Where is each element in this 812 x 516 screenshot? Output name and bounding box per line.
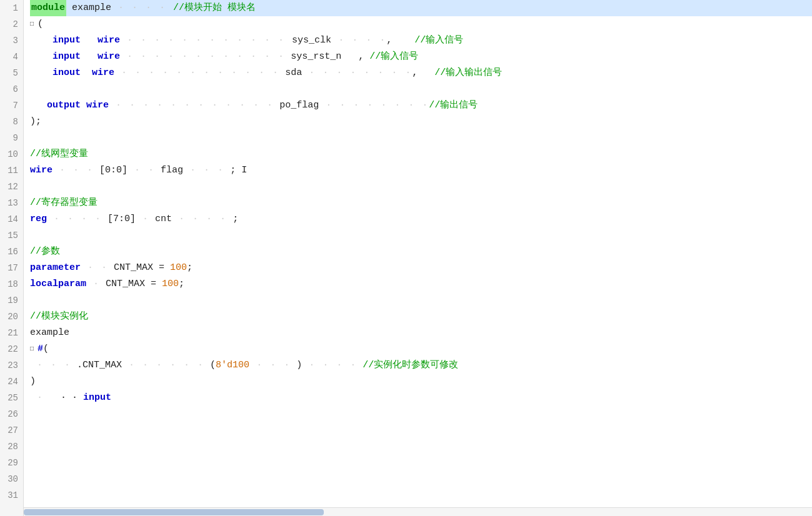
token-wire-1: wire xyxy=(98,32,120,49)
line-num-26: 26 xyxy=(5,406,18,422)
code-line-24: ) xyxy=(30,374,812,390)
line-num-10: 10 xyxy=(5,146,18,162)
dots-4: · · · · · · · · · · · · xyxy=(120,49,285,65)
code-line-15 xyxy=(30,227,812,244)
sp4b xyxy=(285,49,291,65)
dots-3: · · · · · · · · · · · · xyxy=(120,32,292,49)
code-content[interactable]: module example · · · · //模块开始 模块名 □ ( in… xyxy=(24,0,812,516)
line-num-5: 5 xyxy=(5,65,18,81)
line-num-8: 8 xyxy=(5,114,18,130)
sp4c xyxy=(341,49,358,65)
sp5b xyxy=(279,65,285,81)
token-paren-open: ( xyxy=(38,16,43,32)
token-example-inst: example xyxy=(30,325,69,341)
dots-7: · · · · · · · · · · · · xyxy=(109,97,274,114)
token-paren-hash: ( xyxy=(43,341,49,357)
line-num-2: 2 xyxy=(5,16,18,32)
line-num-24: 24 xyxy=(5,374,18,390)
line-num-16: 16 xyxy=(5,244,18,260)
dots-14c: · · · · xyxy=(172,211,227,227)
token-comment-5: //输入输出信号 xyxy=(434,65,502,81)
token-paren-23: ( xyxy=(210,357,216,374)
sp3a xyxy=(81,32,98,49)
scrollbar-thumb[interactable] xyxy=(24,509,324,515)
collapse-icon-1[interactable]: □ xyxy=(30,16,38,32)
dots-14b: · xyxy=(136,211,149,227)
token-close-24: ) xyxy=(30,374,36,390)
token-semi-11: ; xyxy=(230,162,236,179)
token-wire-2: wire xyxy=(98,49,120,65)
code-line-21: example xyxy=(30,325,812,341)
code-line-9 xyxy=(30,130,812,146)
code-line-1: module example · · · · //模块开始 模块名 xyxy=(30,0,812,16)
collapse-icon-2[interactable]: □ xyxy=(30,341,38,357)
code-line-7: output wire · · · · · · · · · · · · po_f… xyxy=(30,97,812,114)
dots-23a: · · · xyxy=(30,357,71,374)
token-parameter: parameter xyxy=(30,260,81,276)
line-num-4: 4 xyxy=(5,49,18,65)
token-po-flag: po_flag xyxy=(279,97,319,114)
indent-3 xyxy=(30,32,53,49)
code-line-23: · · · .CNT_MAX · · · · · · ( 8'd100 · · … xyxy=(30,357,812,374)
line-numbers: 1 2 3 4 5 6 7 8 9 10 11 12 13 14 15 16 1… xyxy=(0,0,24,516)
code-line-6 xyxy=(30,81,812,97)
dots-23b: · · · · · · xyxy=(122,357,204,374)
code-line-29 xyxy=(30,455,812,471)
code-line-12 xyxy=(30,179,812,195)
sp23b xyxy=(204,357,210,374)
token-cnt: cnt xyxy=(155,211,172,227)
token-sys-clk: sys_clk xyxy=(292,32,331,49)
token-cntmax-2: CNT_MAX xyxy=(106,276,145,292)
sp5a xyxy=(81,65,92,81)
token-close-23: ) xyxy=(291,357,302,374)
token-comment-23: //实例化时参数可修改 xyxy=(363,357,458,374)
dots-23d: · · · · xyxy=(302,357,357,374)
token-input-25: input xyxy=(83,390,111,406)
code-line-30 xyxy=(30,471,812,487)
token-cntmax-param: .CNT_MAX xyxy=(77,357,122,374)
code-line-26 xyxy=(30,406,812,422)
code-line-11: wire · · · [0:0] · · flag · · · ; I xyxy=(30,162,812,179)
sp3b xyxy=(392,32,414,49)
code-line-28 xyxy=(30,439,812,455)
dots-18: · xyxy=(86,276,100,292)
token-example-name: example xyxy=(72,0,111,16)
line-num-22: 22 xyxy=(5,341,18,357)
line-num-12: 12 xyxy=(5,179,18,195)
sp17a xyxy=(108,260,114,276)
token-wire-range: [0:0] xyxy=(99,162,128,179)
sp18b: = xyxy=(145,276,162,292)
dots-11c: · · · xyxy=(183,162,224,179)
horizontal-scrollbar[interactable] xyxy=(24,507,812,516)
sp23a xyxy=(71,357,77,374)
token-semi-14: ; xyxy=(233,211,238,227)
code-line-2: □ ( xyxy=(30,16,812,32)
sp14b xyxy=(149,211,155,227)
token-input-1: input xyxy=(53,32,81,49)
line-num-9: 9 xyxy=(5,130,18,146)
dots-17: · · xyxy=(81,260,108,276)
token-semi-17: ; xyxy=(187,260,193,276)
line-num-21: 21 xyxy=(5,325,18,341)
token-cntmax-1: CNT_MAX xyxy=(114,260,153,276)
line-num-6: 6 xyxy=(5,81,18,97)
token-comment-3: //输入信号 xyxy=(414,32,463,49)
line-num-1: 1 xyxy=(5,0,18,16)
dots-7b: · · · · · · · · xyxy=(319,97,429,114)
dots-5b: · · · · · · · · xyxy=(302,65,412,81)
code-area: 1 2 3 4 5 6 7 8 9 10 11 12 13 14 15 16 1… xyxy=(0,0,812,516)
code-line-8: ); xyxy=(30,114,812,130)
line-num-30: 30 xyxy=(5,471,18,487)
code-line-19 xyxy=(30,292,812,309)
token-100-1: 100 xyxy=(170,260,187,276)
sp5c xyxy=(418,65,434,81)
sp25: · · xyxy=(44,390,83,406)
token-wire-4: wire xyxy=(86,97,109,114)
token-100-2: 100 xyxy=(162,276,179,292)
editor-container: 1 2 3 4 5 6 7 8 9 10 11 12 13 14 15 16 1… xyxy=(0,0,812,516)
token-reg-range: [7:0] xyxy=(108,211,136,227)
code-line-14: reg · · · · [7:0] · cnt · · · · ; xyxy=(30,211,812,227)
token-input-2: input xyxy=(53,49,81,65)
sp11a xyxy=(94,162,99,179)
token-flag: flag xyxy=(161,162,183,179)
